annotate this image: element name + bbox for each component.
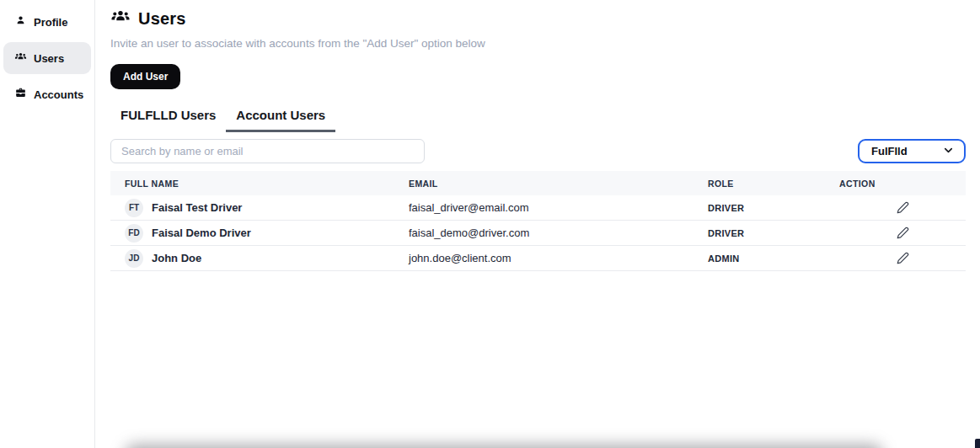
user-email: faisal_demo@driver.com	[409, 227, 708, 239]
tab-bar: FULFLLD Users Account Users	[110, 108, 966, 132]
column-header-action: ACTION	[839, 179, 966, 189]
app-window: Profile Users Accounts Users Invite an u…	[0, 0, 980, 448]
user-full-name: John Doe	[152, 252, 201, 264]
filter-row: FulFlld	[110, 139, 966, 163]
pencil-icon	[897, 204, 909, 216]
avatar: FD	[125, 224, 143, 243]
table-row: JD John Doe john.doe@client.com ADMIN	[110, 246, 966, 271]
pencil-icon	[897, 229, 909, 242]
column-header-full-name: FULL NAME	[125, 179, 409, 189]
table-body: FT Faisal Test Driver faisal_driver@emai…	[110, 195, 966, 271]
sidebar: Profile Users Accounts	[0, 0, 95, 448]
main-content: Users Invite an user to associate with a…	[95, 0, 980, 448]
add-user-button[interactable]: Add User	[110, 64, 180, 89]
user-name-cell: FD Faisal Demo Driver	[125, 224, 409, 243]
sidebar-item-profile[interactable]: Profile	[3, 8, 91, 35]
user-full-name: Faisal Test Driver	[152, 201, 242, 214]
users-icon	[110, 7, 131, 30]
user-full-name: Faisal Demo Driver	[152, 227, 251, 239]
tab-fulflld-users[interactable]: FULFLLD Users	[110, 108, 226, 132]
briefcase-icon	[14, 87, 27, 102]
user-name-cell: FT Faisal Test Driver	[125, 199, 409, 217]
edit-user-button[interactable]	[839, 227, 966, 239]
tab-account-users[interactable]: Account Users	[226, 108, 335, 132]
user-name-cell: JD John Doe	[125, 249, 409, 268]
sidebar-item-label: Profile	[34, 16, 67, 29]
chevron-down-icon	[942, 144, 955, 159]
column-header-role: ROLE	[708, 179, 839, 189]
user-icon	[14, 14, 27, 29]
table-header-row: FULL NAME EMAIL ROLE ACTION	[110, 171, 966, 195]
sidebar-item-accounts[interactable]: Accounts	[3, 81, 91, 108]
fulflld-filter-dropdown[interactable]: FulFlld	[858, 139, 966, 163]
user-email: faisal_driver@email.com	[409, 201, 708, 214]
page-title: Users	[138, 9, 186, 29]
user-role: ADMIN	[708, 253, 839, 264]
sidebar-item-users[interactable]: Users	[3, 42, 91, 74]
sidebar-item-label: Users	[34, 52, 64, 65]
column-header-email: EMAIL	[409, 179, 708, 189]
table-row: FT Faisal Test Driver faisal_driver@emai…	[110, 195, 966, 221]
user-role: DRIVER	[708, 203, 839, 213]
avatar: FT	[125, 199, 143, 217]
users-table: FULL NAME EMAIL ROLE ACTION FT Faisal Te…	[110, 171, 966, 271]
table-row: FD Faisal Demo Driver faisal_demo@driver…	[110, 221, 966, 246]
search-input[interactable]	[110, 139, 425, 163]
user-email: john.doe@client.com	[409, 252, 708, 264]
page-header: Users	[110, 7, 966, 30]
pencil-icon	[897, 254, 909, 267]
users-icon	[14, 51, 27, 66]
avatar: JD	[125, 249, 143, 268]
edit-user-button[interactable]	[839, 252, 966, 264]
user-role: DRIVER	[708, 228, 839, 238]
edit-user-button[interactable]	[839, 201, 966, 214]
page-subtitle: Invite an user to associate with account…	[110, 37, 966, 50]
sidebar-item-label: Accounts	[34, 88, 83, 101]
dropdown-selected-value: FulFlld	[871, 145, 908, 157]
